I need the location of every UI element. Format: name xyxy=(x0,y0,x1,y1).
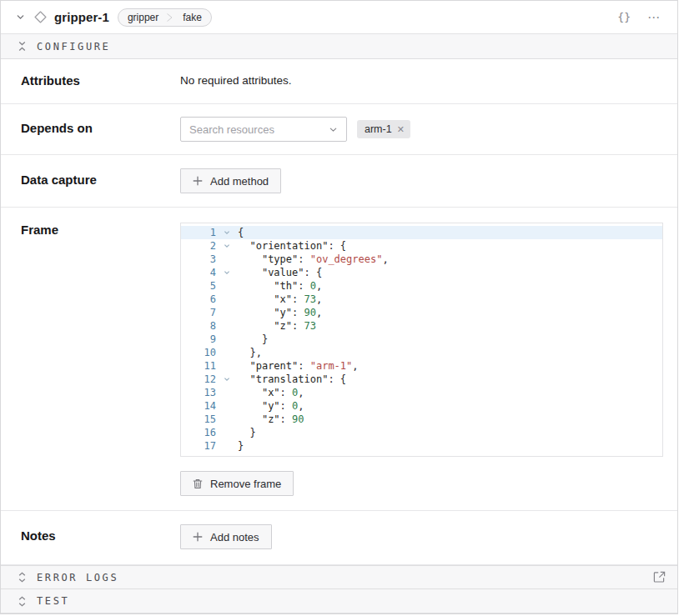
line-number: 8 xyxy=(181,319,216,333)
attributes-label: Attributes xyxy=(21,73,180,88)
frame-row: Frame 1{2 "orientation": {3 "type": "ov_… xyxy=(1,208,677,511)
plus-icon xyxy=(193,532,203,542)
code-text: } xyxy=(238,333,268,346)
fold-gutter xyxy=(216,399,238,413)
fold-gutter xyxy=(216,333,238,346)
component-type-badge: gripper fake xyxy=(118,8,212,27)
code-text: "orientation": { xyxy=(238,239,346,253)
add-notes-button[interactable]: Add notes xyxy=(180,524,272,549)
fold-gutter xyxy=(216,346,238,359)
add-method-button[interactable]: Add method xyxy=(180,168,281,193)
collapse-section-icon xyxy=(18,41,27,52)
line-number: 1 xyxy=(181,226,216,239)
code-text: "z": 73 xyxy=(238,319,316,333)
component-title: gripper-1 xyxy=(54,10,109,24)
code-text: } xyxy=(238,439,244,453)
code-line[interactable]: 10 }, xyxy=(181,346,662,359)
notes-row: Notes Add notes xyxy=(1,511,677,565)
test-section-label: TEST xyxy=(37,595,69,607)
code-text: "y": 0, xyxy=(238,399,304,413)
collapse-card-button[interactable] xyxy=(13,9,28,25)
badge-model: fake xyxy=(174,9,211,26)
code-line[interactable]: 9 } xyxy=(181,333,662,346)
code-text: "parent": "arm-1", xyxy=(238,359,359,373)
code-line[interactable]: 15 "z": 90 xyxy=(181,413,662,426)
code-line[interactable]: 6 "x": 73, xyxy=(181,293,662,306)
code-line[interactable]: 17} xyxy=(181,439,662,453)
line-number: 17 xyxy=(181,439,216,453)
fold-toggle-icon[interactable] xyxy=(216,226,238,239)
add-notes-label: Add notes xyxy=(210,531,259,543)
remove-dependency-icon[interactable]: ✕ xyxy=(397,125,405,134)
depends-on-tags: arm-1✕ xyxy=(357,120,410,138)
depends-on-search-select[interactable]: Search resources xyxy=(180,117,347,142)
code-line[interactable]: 11 "parent": "arm-1", xyxy=(181,359,662,373)
attributes-row: Attributes No required attributes. xyxy=(1,59,677,104)
component-header: gripper-1 gripper fake {} ⋯ xyxy=(1,1,677,34)
code-text: { xyxy=(238,226,244,239)
line-number: 2 xyxy=(181,239,216,253)
notes-label: Notes xyxy=(21,524,180,543)
frame-code-editor[interactable]: 1{2 "orientation": {3 "type": "ov_degree… xyxy=(180,223,663,457)
expand-section-icon xyxy=(18,596,27,607)
data-capture-label: Data capture xyxy=(21,168,180,187)
line-number: 9 xyxy=(181,333,216,346)
overflow-menu-icon[interactable]: ⋯ xyxy=(644,8,664,27)
code-line[interactable]: 3 "type": "ov_degrees", xyxy=(181,253,662,266)
code-lines: 1{2 "orientation": {3 "type": "ov_degree… xyxy=(181,226,662,453)
remove-frame-button[interactable]: Remove frame xyxy=(180,471,294,496)
code-line[interactable]: 7 "y": 90, xyxy=(181,306,662,319)
fold-toggle-icon[interactable] xyxy=(216,373,238,386)
fold-gutter xyxy=(216,413,238,426)
fold-gutter xyxy=(216,359,238,373)
code-line[interactable]: 12 "translation": { xyxy=(181,373,662,386)
json-mode-toggle-icon[interactable]: {} xyxy=(612,9,636,25)
code-text: "value": { xyxy=(238,266,322,279)
configure-section-bar[interactable]: CONFIGURE xyxy=(1,34,677,59)
code-line[interactable]: 14 "y": 0, xyxy=(181,399,662,413)
code-text: }, xyxy=(238,346,262,359)
code-text: "type": "ov_degrees", xyxy=(238,253,389,266)
line-number: 7 xyxy=(181,306,216,319)
line-number: 4 xyxy=(181,266,216,279)
error-logs-section-bar[interactable]: ERROR LOGS xyxy=(1,565,677,589)
fold-gutter xyxy=(216,426,238,439)
fold-toggle-icon[interactable] xyxy=(216,239,238,253)
open-logs-external-icon[interactable] xyxy=(653,571,666,583)
badge-type: gripper xyxy=(118,9,166,26)
code-line[interactable]: 5 "th": 0, xyxy=(181,279,662,293)
code-text: "z": 90 xyxy=(238,413,304,426)
line-number: 11 xyxy=(181,359,216,373)
line-number: 5 xyxy=(181,279,216,293)
fold-gutter xyxy=(216,293,238,306)
dependency-chip-label: arm-1 xyxy=(365,123,392,135)
line-number: 6 xyxy=(181,293,216,306)
fold-gutter xyxy=(216,439,238,453)
depends-on-label: Depends on xyxy=(21,117,180,135)
configure-section-label: CONFIGURE xyxy=(37,41,110,53)
code-line[interactable]: 2 "orientation": { xyxy=(181,239,662,253)
code-text: "translation": { xyxy=(238,373,346,386)
line-number: 15 xyxy=(181,413,216,426)
code-line[interactable]: 4 "value": { xyxy=(181,266,662,279)
code-line[interactable]: 13 "x": 0, xyxy=(181,386,662,399)
frame-label: Frame xyxy=(21,222,180,237)
plus-icon xyxy=(193,176,203,186)
fold-toggle-icon[interactable] xyxy=(216,266,238,279)
code-text: "th": 0, xyxy=(238,279,322,293)
chevron-down-icon xyxy=(16,13,25,22)
code-text: } xyxy=(238,426,256,439)
code-line[interactable]: 16 } xyxy=(181,426,662,439)
gripper-component-icon xyxy=(33,10,48,24)
fold-gutter xyxy=(216,306,238,319)
line-number: 16 xyxy=(181,426,216,439)
trash-icon xyxy=(193,478,203,489)
line-number: 13 xyxy=(181,386,216,399)
code-line[interactable]: 8 "z": 73 xyxy=(181,319,662,333)
line-number: 12 xyxy=(181,373,216,386)
code-text: "x": 0, xyxy=(238,386,304,399)
code-line[interactable]: 1{ xyxy=(181,226,662,239)
fold-gutter xyxy=(216,386,238,399)
dependency-chip: arm-1✕ xyxy=(357,120,410,138)
test-section-bar[interactable]: TEST xyxy=(1,589,677,613)
